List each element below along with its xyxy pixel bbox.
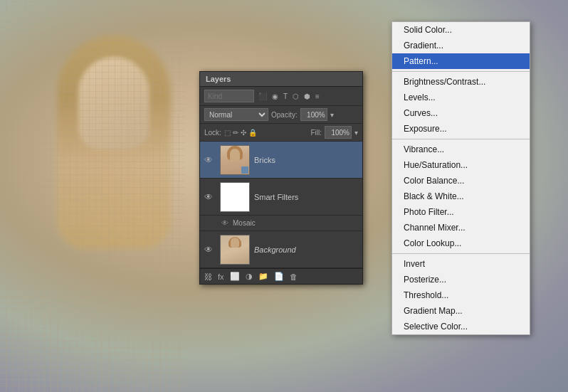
filter-icon[interactable]: ⬛ [257,92,268,101]
menu-item-gradient[interactable]: Gradient... [392,38,530,53]
opacity-input[interactable] [300,108,327,121]
layer-name-background: Background [254,245,358,254]
blend-mode-select[interactable]: Normal [204,108,268,121]
smart-badge-bricks [241,166,248,174]
separator-3 [392,253,530,254]
circle-icon[interactable]: ◉ [270,92,280,101]
fill-arrow[interactable]: ▾ [354,129,358,137]
menu-item-pattern[interactable]: Pattern... [392,53,530,69]
visibility-icon-bricks[interactable]: 👁 [204,155,216,165]
layers-panel-header: Layers [200,72,362,87]
menu-item-levels[interactable]: Levels... [392,90,530,105]
lock-icons: ⬚ ✏ ✣ 🔒 [224,129,257,137]
visibility-icon-mosaic[interactable]: 👁 [221,219,228,227]
fill-input[interactable] [325,126,352,139]
visibility-icon-background[interactable]: 👁 [204,245,216,255]
fill-label: Fill: [310,129,322,137]
pixel-overlay [0,0,185,392]
visibility-icon-smart[interactable]: 👁 [204,192,216,202]
lock-paint-icon[interactable]: ✏ [233,129,238,137]
layer-thumb-smart [220,182,250,212]
dropdown-menu: Solid Color... Gradient... Pattern... Br… [391,21,530,335]
menu-item-solid-color[interactable]: Solid Color... [392,22,530,38]
separator-2 [392,139,530,139]
menu-item-brightness[interactable]: Brightness/Contrast... [392,74,530,90]
layers-bottom-bar: ⛓ fx ⬜ ◑ 📁 📄 🗑 [200,268,362,284]
menu-item-photo-filter[interactable]: Photo Filter... [392,204,530,220]
menu-item-gradient-map[interactable]: Gradient Map... [392,303,530,319]
layer-item-background[interactable]: 👁 Background [200,231,362,268]
delete-icon[interactable]: 🗑 [290,272,298,281]
blend-mode-row: Normal Opacity: ▾ [200,106,362,124]
layer-name-smart-filters: Smart Filters [254,193,358,201]
menu-item-selective-color[interactable]: Selective Color... [392,319,530,334]
lock-label: Lock: [204,129,221,137]
layer-item-smart-filters[interactable]: 👁 Smart Filters [200,179,362,216]
menu-item-channel-mixer[interactable]: Channel Mixer... [392,220,530,235]
lock-transparent-icon[interactable]: ⬚ [224,129,231,137]
adjustment-icon[interactable]: ◑ [246,272,253,281]
menu-item-invert[interactable]: Invert [392,256,530,272]
menu-item-color-balance[interactable]: Color Balance... [392,173,530,189]
lock-all-icon[interactable]: 🔒 [248,129,257,137]
layers-title: Layers [206,75,231,83]
menu-item-black-white[interactable]: Black & White... [392,189,530,204]
opacity-arrow[interactable]: ▾ [330,111,334,119]
menu-item-posterize[interactable]: Posterize... [392,272,530,287]
menu-item-exposure[interactable]: Exposure... [392,121,530,137]
toolbar-icons: ⬛ ◉ T ⬡ ⬢ ≡ [257,92,321,101]
menu-icon[interactable]: ≡ [314,92,321,101]
lock-row: Lock: ⬚ ✏ ✣ 🔒 Fill: ▾ [200,124,362,142]
menu-item-hue-saturation[interactable]: Hue/Saturation... [392,157,530,173]
separator-1 [392,71,530,72]
layer-thumb-bricks [220,145,250,175]
link-icon[interactable]: ⛓ [204,272,212,281]
fx-icon[interactable]: fx [218,272,224,281]
menu-item-threshold[interactable]: Threshold... [392,287,530,303]
text-icon[interactable]: T [282,92,289,101]
smart-icon[interactable]: ⬢ [303,92,312,101]
menu-item-vibrance[interactable]: Vibrance... [392,142,530,157]
sublayer-name-mosaic: Mosaic [233,219,256,227]
new-layer-icon[interactable]: 📄 [274,272,284,281]
shape-icon[interactable]: ⬡ [291,92,300,101]
layer-thumb-background [220,235,250,265]
opacity-label: Opacity: [271,111,298,119]
layer-name-bricks: Bricks [254,156,358,164]
menu-item-color-lookup[interactable]: Color Lookup... [392,235,530,251]
layer-item-bricks[interactable]: 👁 Bricks [200,142,362,179]
layers-panel: Layers ⬛ ◉ T ⬡ ⬢ ≡ Normal Opacity: ▾ Loc… [199,71,363,285]
search-input[interactable] [204,90,254,102]
layers-toolbar: ⬛ ◉ T ⬡ ⬢ ≡ [200,87,362,106]
group-icon[interactable]: 📁 [258,272,268,281]
sublayer-item-mosaic[interactable]: 👁 Mosaic [200,216,362,231]
mask-icon[interactable]: ⬜ [230,272,240,281]
menu-item-curves[interactable]: Curves... [392,105,530,121]
lock-move-icon[interactable]: ✣ [241,129,246,137]
